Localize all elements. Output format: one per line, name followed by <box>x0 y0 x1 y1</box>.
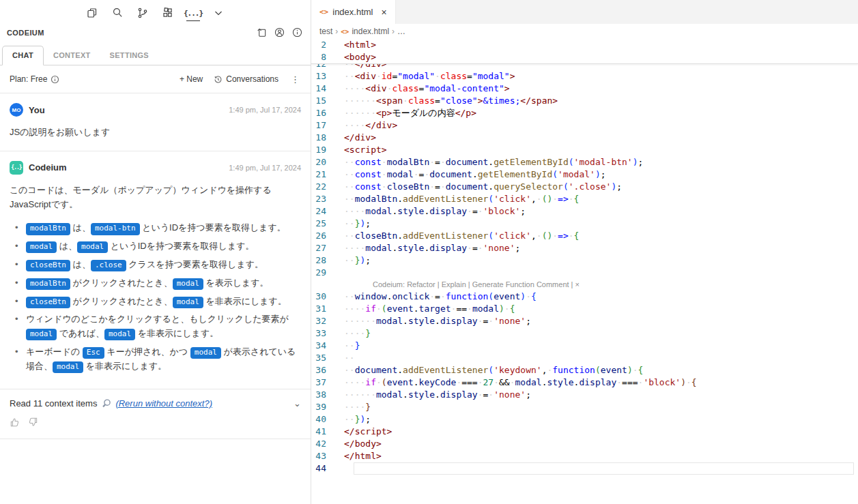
new-conversation-button[interactable]: + New <box>180 74 203 84</box>
code-line-14[interactable]: 14····<div·class="modal-content"> <box>311 83 858 95</box>
code-editor[interactable]: 2<html>8<body> 12··</div> 13··<div·id="m… <box>311 39 858 504</box>
code-line-26[interactable]: 26··closeBtn.addEventListener('click',·(… <box>311 230 858 242</box>
code-line-2[interactable]: 2<html> <box>311 39 858 51</box>
code-line-28[interactable]: 28··}); <box>311 254 858 267</box>
codeium-icon[interactable]: {...} <box>186 6 200 21</box>
code-token: const <box>355 181 382 192</box>
code-line-16[interactable]: 16······<p>モーダルの内容</p> <box>311 107 858 119</box>
code-line-8[interactable]: 8<body> <box>311 51 858 63</box>
code-line-32[interactable]: 32······modal.style.display·=·'none'; <box>311 315 858 327</box>
code-line-42[interactable]: 42</body> <box>311 438 858 450</box>
list-item: modal は、modal というIDを持つ要素を取得します。 <box>10 239 301 254</box>
code-line-44[interactable]: 44 <box>311 462 858 475</box>
code-line-20[interactable]: 20··const·modalBtn·=·document.getElement… <box>311 156 858 168</box>
breadcrumb: test › <> index.html › … <box>311 24 858 39</box>
codeium-codelens[interactable]: Codeium: Refactor | Explain | Generate F… <box>311 279 858 291</box>
code-line-15[interactable]: 15······<span·class="close">&times;</spa… <box>311 95 858 107</box>
code-token: . <box>488 181 494 192</box>
line-number: 15 <box>311 95 326 107</box>
code-line-22[interactable]: 22··const·closeBtn·=·document.querySelec… <box>311 181 858 193</box>
code-token: · <box>616 377 622 387</box>
code-line-21[interactable]: 21··const·modal·=·document.getElementByI… <box>311 168 858 181</box>
line-number: 35 <box>311 352 326 364</box>
line-number: 27 <box>311 242 326 254</box>
code-lines: 13··<div·id="modal"·class="modal">14····… <box>311 70 858 475</box>
tab-chat[interactable]: CHAT <box>2 46 44 65</box>
code-line-41[interactable]: 41</script> <box>311 426 858 438</box>
code-line-17[interactable]: 17····</div> <box>311 119 858 132</box>
code-token: · <box>686 377 691 387</box>
thumbs-up-icon[interactable] <box>10 417 20 428</box>
code-token: onclick <box>392 291 429 301</box>
editor-tab-index-html[interactable]: <> index.html × <box>311 0 396 24</box>
code-line-24[interactable]: 24····modal.style.display·=·'block'; <box>311 205 858 218</box>
source-control-icon[interactable] <box>136 6 149 21</box>
code-line-40[interactable]: 40··}); <box>311 413 858 426</box>
code-token: => <box>558 231 569 241</box>
code-line-23[interactable]: 23··modalBtn.addEventListener('click',·(… <box>311 193 858 205</box>
close-tab-icon[interactable]: × <box>382 8 387 17</box>
code-line-35[interactable]: 35·· <box>311 352 858 364</box>
kebab-menu-icon[interactable]: ⋮ <box>289 74 301 85</box>
divider <box>0 439 311 439</box>
tab-settings[interactable]: SETTINGS <box>100 46 158 65</box>
code-line-19[interactable]: 19<script> <box>311 144 858 156</box>
message-bullet-list: modalBtn は、modal-btn というIDを持つ要素を取得します。mo… <box>10 221 301 373</box>
thumbs-down-icon[interactable] <box>27 417 38 428</box>
code-token: function <box>446 291 489 301</box>
code-token: · <box>440 157 446 167</box>
code-token: style <box>397 243 424 253</box>
code-token: · <box>510 377 515 387</box>
code-token: · <box>414 169 419 179</box>
breadcrumb-folder[interactable]: test <box>319 27 332 36</box>
code-token: target <box>419 303 451 314</box>
message-body: このコードは、モーダル（ポップアップ）ウィンドウを操作するJavaScriptで… <box>10 183 301 374</box>
code-token: . <box>435 389 440 400</box>
extensions-icon[interactable] <box>161 6 175 21</box>
code-line-36[interactable]: 36··document.addEventListener('keydown',… <box>311 364 858 376</box>
rerun-without-context-link[interactable]: (Rerun without context?) <box>115 398 212 409</box>
code-line-38[interactable]: 38······modal.style.display·=·'none'; <box>311 389 858 401</box>
open-in-editor-icon[interactable] <box>256 27 268 39</box>
code-line-29[interactable]: 29 <box>311 267 858 279</box>
line-content: ··<div·id="modal"·class="modal"> <box>344 70 515 83</box>
code-token: > <box>504 83 510 93</box>
code-line-30[interactable]: 30··window.onclick·=·function(event)·{ <box>311 291 858 303</box>
code-line-25[interactable]: 25··}); <box>311 218 858 230</box>
line-content: ····} <box>344 327 371 340</box>
code-line-13[interactable]: 13··<div·id="modal"·class="modal"> <box>311 70 858 83</box>
plan-info-icon[interactable] <box>51 75 59 84</box>
tab-context[interactable]: CONTEXT <box>44 46 100 65</box>
search-icon[interactable] <box>111 6 124 21</box>
code-line-27[interactable]: 27····modal.style.display·=·'none'; <box>311 242 858 254</box>
line-content: </div> <box>344 132 376 144</box>
files-icon[interactable] <box>85 6 99 21</box>
code-line-33[interactable]: 33····} <box>311 327 858 340</box>
code-token: . <box>397 194 403 204</box>
chevron-down-icon[interactable] <box>212 6 225 21</box>
conversations-button[interactable]: Conversations <box>214 74 278 84</box>
code-token: ·· <box>344 340 355 351</box>
collapse-chevron-icon[interactable]: ⌄ <box>294 398 301 409</box>
code-line-37[interactable]: 37····if·(event.keyCode·===·27·&&·modal.… <box>311 376 858 389</box>
account-icon[interactable] <box>274 27 286 39</box>
code-token: ·· <box>344 353 355 363</box>
line-number: 39 <box>311 401 326 413</box>
breadcrumb-symbol[interactable]: … <box>397 27 405 36</box>
code-line-39[interactable]: 39····} <box>311 401 858 413</box>
code-line-12[interactable]: 12··</div> <box>311 64 858 70</box>
breadcrumb-file[interactable]: index.html <box>352 27 389 36</box>
line-number: 19 <box>311 144 326 156</box>
info-icon[interactable] <box>291 27 304 39</box>
code-token: · <box>429 157 435 167</box>
line-number: 37 <box>311 376 326 389</box>
code-line-43[interactable]: 43</html> <box>311 450 858 462</box>
line-content: ····</div> <box>344 119 397 132</box>
code-token: modal <box>365 206 392 216</box>
message-author: Codeium <box>29 162 67 173</box>
code-token: = <box>472 206 478 216</box>
line-number: 12 <box>311 64 326 70</box>
code-line-34[interactable]: 34··} <box>311 340 858 352</box>
code-line-18[interactable]: 18</div> <box>311 132 858 144</box>
code-line-31[interactable]: 31····if·(event.target·==·modal)·{ <box>311 303 858 315</box>
